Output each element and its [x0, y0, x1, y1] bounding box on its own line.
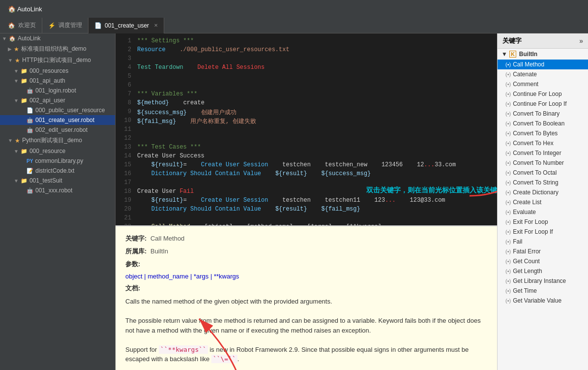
kw-item-create-dictionary[interactable]: (•) Create Dictionary — [498, 187, 588, 197]
py-file-icon: PY — [27, 158, 33, 164]
code-editor[interactable]: 1 *** Settings *** 2 Resource ./000_publ… — [116, 33, 497, 225]
folder-icon: 📁 — [21, 78, 28, 84]
kw-item-get-count[interactable]: (•) Get Count — [498, 256, 588, 266]
code-line-9: 9 ${success_msg} 创建用户成功 — [116, 108, 497, 117]
sidebar-item-002-api-user[interactable]: ▼ 📁 002_api_user — [0, 95, 115, 105]
code-line-10: 10 ${fail_msg} 用户名称重复, 创建失败 — [116, 117, 497, 126]
keyword-panel-title: 关键字 — [502, 36, 522, 45]
kw-item-fail[interactable]: (•) Fail — [498, 237, 588, 247]
expand-icon: ▼ — [2, 36, 7, 41]
sidebar-item-001-xxx[interactable]: 🤖 001_xxx.robot — [0, 185, 115, 195]
params-value: object | method_name | *args | **kwargs — [125, 273, 487, 280]
kw-item-continue-for-loop[interactable]: (•) Continue For Loop — [498, 89, 588, 99]
collapse-icon: ▼ — [501, 51, 507, 58]
file-tab-icon: 📄 — [94, 22, 102, 29]
center-panel: 1 *** Settings *** 2 Resource ./000_publ… — [116, 33, 497, 370]
robot-file-icon: 🤖 — [27, 127, 33, 133]
sidebar-item-http-demo[interactable]: ▼ ★ HTTP接口测试项目_demo — [0, 55, 115, 66]
sidebar-item-000-resources[interactable]: ▼ 📁 000_resources — [0, 66, 115, 76]
folder-icon: 📁 — [21, 97, 28, 104]
code-line-16: 16 Dictionary Should Contain Value ${res… — [116, 170, 497, 179]
code-line-5: 5 — [116, 73, 497, 82]
folder-icon: 📁 — [21, 178, 28, 184]
sidebar-item-001-create-user[interactable]: 🤖 001_create_user.robot — [0, 115, 115, 125]
tab-debug[interactable]: ⚡ 调度管理 — [42, 18, 88, 33]
expand-icon: ▼ — [14, 68, 19, 74]
kw-item-convert-to-octal[interactable]: (•) Convert To Octal — [498, 168, 588, 178]
code-line-22: 22 Call Method [object] [method_name] [*… — [116, 223, 497, 225]
keyword-field: 关键字: Call Method — [125, 234, 487, 243]
expand-icon: ▼ — [14, 178, 19, 184]
sidebar-item-python-demo[interactable]: ▼ ★ Python测试项目_demo — [0, 135, 115, 146]
expand-icon: ▶ — [8, 46, 12, 52]
welcome-icon: 🏠 — [8, 22, 15, 29]
kw-item-create-list[interactable]: (•) Create List — [498, 197, 588, 207]
robot-file-icon: 🤖 — [27, 117, 33, 123]
kw-item-call-method[interactable]: (•) Call Method — [498, 60, 588, 69]
star-icon: ★ — [14, 46, 19, 53]
params-field: 参数: — [125, 260, 487, 269]
sidebar-item-001-testsuit[interactable]: ▼ 📁 001_testSuit — [0, 176, 115, 185]
kw-item-convert-to-hex[interactable]: (•) Convert To Hex — [498, 138, 588, 148]
txt-file-icon: 📝 — [27, 168, 33, 174]
kw-item-convert-to-boolean[interactable]: (•) Convert To Boolean — [498, 119, 588, 128]
kw-item-catenate[interactable]: (•) Catenate — [498, 69, 588, 79]
folder-icon: 📁 — [21, 68, 28, 74]
kw-item-exit-for-loop-if[interactable]: (•) Exit For Loop If — [498, 227, 588, 237]
doc-label: 文档: — [125, 284, 487, 293]
code-line-3: 3 — [116, 55, 497, 64]
robot-file-icon: 🤖 — [27, 187, 33, 194]
kw-item-exit-for-loop[interactable]: (•) Exit For Loop — [498, 217, 588, 227]
kw-item-fatal-error[interactable]: (•) Fatal Error — [498, 247, 588, 256]
kw-item-get-length[interactable]: (•) Get Length — [498, 266, 588, 276]
sidebar-item-002-edit-user[interactable]: 🤖 002_edit_user.robot — [0, 125, 115, 135]
kw-item-convert-to-integer[interactable]: (•) Convert To Integer — [498, 148, 588, 158]
sidebar-item-000-public-user[interactable]: 📄 000_public_user_resource — [0, 105, 115, 115]
tab-file[interactable]: 📄 001_create_user ✕ — [88, 18, 164, 33]
code-line-7: 7 *** Variables *** — [116, 91, 497, 99]
top-bar: 🏠 AutoLink — [0, 0, 588, 18]
sidebar-item-autolink[interactable]: ▼ 🏠 AutoLink — [0, 33, 115, 43]
sidebar-item-common-library[interactable]: PY commonLibrary.py — [0, 156, 115, 166]
keyword-panel: 关键字 » ▼ K BuiltIn (•) Call Method (•) Ca… — [497, 33, 588, 370]
code-line-8: 8 ${method} create — [116, 99, 497, 108]
sidebar: ▼ 🏠 AutoLink ▶ ★ 标准项目组织结构_demo ▼ ★ HTTP接… — [0, 33, 116, 370]
kw-item-convert-to-string[interactable]: (•) Convert To String — [498, 178, 588, 187]
expand-icon: ▼ — [14, 149, 19, 154]
kw-item-get-variable-value[interactable]: (•) Get Variable Value — [498, 296, 588, 306]
resource-file-icon: 📄 — [27, 107, 33, 114]
app-logo: 🏠 AutoLink — [4, 3, 46, 15]
sidebar-item-001-login[interactable]: 🤖 001_login.robot — [0, 86, 115, 95]
code-line-19: 19 ${result}= Create User Session testch… — [116, 197, 497, 206]
tab-welcome[interactable]: 🏠 欢迎页 — [2, 18, 42, 33]
kw-item-convert-to-bytes[interactable]: (•) Convert To Bytes — [498, 128, 588, 138]
kw-item-comment[interactable]: (•) Comment — [498, 79, 588, 89]
code-line-13: 13 *** Test Cases *** — [116, 144, 497, 153]
sidebar-item-district-code[interactable]: 📝 districtCode.txt — [0, 166, 115, 176]
expand-icon: ▼ — [8, 58, 13, 63]
keyword-panel-header: 关键字 » — [498, 33, 588, 49]
kw-item-convert-to-number[interactable]: (•) Convert To Number — [498, 158, 588, 168]
kw-item-get-time[interactable]: (•) Get Time — [498, 286, 588, 296]
code-line-17: 17 — [116, 179, 497, 188]
sidebar-item-std-demo[interactable]: ▶ ★ 标准项目组织结构_demo — [0, 43, 115, 55]
sidebar-item-001-api-auth[interactable]: ▼ 📁 001_api_auth — [0, 76, 115, 86]
folder-icon: 🏠 — [9, 35, 16, 42]
kw-item-continue-for-loop-if[interactable]: (•) Continue For Loop If — [498, 99, 588, 109]
kw-item-evaluate[interactable]: (•) Evaluate — [498, 207, 588, 217]
keyword-list: ▼ K BuiltIn (•) Call Method (•) Catenate… — [498, 49, 588, 370]
code-line-1: 1 *** Settings *** — [116, 37, 497, 46]
expand-panel-button[interactable]: » — [579, 37, 583, 45]
sidebar-item-000-resource[interactable]: ▼ 📁 000_resource — [0, 146, 115, 156]
code-line-11: 11 — [116, 126, 497, 135]
star-icon: ★ — [15, 137, 20, 144]
tab-bar: 🏠 欢迎页 ⚡ 调度管理 📄 001_create_user ✕ — [0, 18, 588, 33]
tab-close-button[interactable]: ✕ — [154, 23, 158, 28]
kw-item-convert-to-binary[interactable]: (•) Convert To Binary — [498, 109, 588, 119]
kw-group-builtin[interactable]: ▼ K BuiltIn — [498, 49, 588, 60]
kw-item-get-library-instance[interactable]: (•) Get Library Instance — [498, 276, 588, 286]
code-line-4: 4 Test Teardown Delete All Sessions — [116, 64, 497, 73]
robot-file-icon: 🤖 — [27, 88, 33, 94]
expand-icon: ▼ — [14, 98, 19, 103]
folder-icon: 📁 — [21, 148, 28, 154]
